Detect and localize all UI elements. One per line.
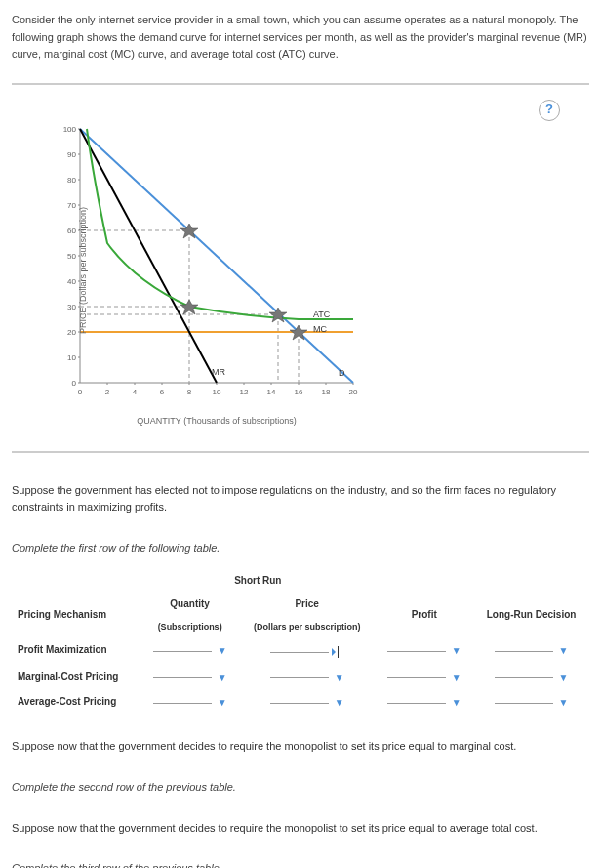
chevron-down-icon: ▼ [559, 643, 569, 659]
col-price-sub: (Dollars per subscription) [239, 616, 375, 638]
chevron-down-icon: ▼ [335, 670, 344, 685]
chevron-down-icon: ▼ [218, 670, 227, 685]
dropdown-qty-3[interactable]: ▼ [153, 695, 227, 711]
svg-text:18: 18 [322, 388, 331, 396]
dropdown-qty-2[interactable]: ▼ [153, 670, 227, 685]
chevron-down-icon: ▼ [559, 670, 569, 685]
help-button[interactable]: ? [539, 100, 560, 121]
dropdown-profit-1[interactable]: ▼ [387, 643, 461, 659]
chevron-down-icon: ▼ [218, 695, 227, 711]
chevron-down-icon: ▼ [452, 695, 461, 711]
svg-line-53 [80, 129, 217, 383]
col-longrun: Long-Run Decision [473, 593, 589, 638]
complete-second-instruction: Complete the second row of the previous … [12, 779, 589, 797]
short-run-header: Short Run [140, 569, 375, 593]
atc-label: ATC [313, 310, 331, 319]
chevron-down-icon: ▼ [218, 643, 227, 659]
y-axis-label: PRICE (Dollars per subscription) [76, 207, 90, 334]
svg-text:10: 10 [67, 353, 76, 362]
chevron-down-icon: ▼ [335, 695, 344, 711]
svg-text:2: 2 [105, 388, 110, 396]
dropdown-price-1[interactable] [270, 646, 344, 658]
table-row: Average-Cost Pricing ▼ ▼ ▼ ▼ [12, 689, 589, 716]
text-cursor-icon [335, 646, 344, 658]
mc-label: MC [313, 324, 327, 334]
svg-text:80: 80 [67, 176, 76, 185]
table-row: Marginal-Cost Pricing ▼ ▼ ▼ ▼ [12, 663, 589, 689]
chevron-down-icon: ▼ [559, 695, 569, 711]
x-axis-label: QUANTITY (Thousands of subscriptions) [70, 414, 363, 428]
dropdown-lrd-2[interactable]: ▼ [495, 670, 569, 685]
col-quantity: Quantity [140, 593, 239, 616]
dropdown-profit-3[interactable]: ▼ [387, 695, 461, 711]
svg-text:12: 12 [240, 388, 249, 396]
svg-text:6: 6 [160, 388, 165, 396]
chart-box: PRICE (Dollars per subscription) 0 10 20… [41, 119, 392, 422]
mr-label: MR [212, 367, 225, 377]
svg-text:20: 20 [349, 388, 358, 396]
dropdown-profit-2[interactable]: ▼ [387, 670, 461, 685]
d-label: D [339, 368, 345, 378]
chevron-down-icon: ▼ [452, 643, 461, 659]
svg-text:8: 8 [187, 388, 192, 396]
svg-text:16: 16 [295, 388, 303, 396]
col-price: Price [239, 593, 375, 616]
intro-paragraph: Consider the only internet service provi… [12, 12, 589, 63]
chevron-down-icon: ▼ [452, 670, 461, 685]
col-mechanism: Pricing Mechanism [12, 593, 140, 638]
graph-panel: ? PRICE (Dollars per subscription) 0 10 … [12, 83, 589, 453]
dropdown-qty-1[interactable]: ▼ [153, 643, 227, 659]
dropdown-price-3[interactable]: ▼ [270, 695, 344, 711]
svg-text:4: 4 [133, 388, 138, 396]
dropdown-lrd-3[interactable]: ▼ [495, 695, 569, 711]
dropdown-price-2[interactable]: ▼ [270, 670, 344, 685]
svg-text:0: 0 [72, 379, 77, 388]
svg-text:100: 100 [63, 125, 77, 134]
complete-first-instruction: Complete the first row of the following … [12, 540, 589, 558]
svg-text:90: 90 [67, 150, 76, 159]
svg-text:14: 14 [267, 388, 276, 396]
svg-text:0: 0 [78, 388, 83, 396]
dropdown-lrd-1[interactable]: ▼ [495, 643, 569, 659]
table-row: Profit Maximization ▼ ▼ ▼ [12, 638, 589, 664]
prompt-average-cost: Suppose now that the government decides … [12, 820, 589, 838]
complete-third-instruction: Complete the third row of the previous t… [12, 860, 589, 868]
economics-chart: 0 10 20 30 40 50 60 70 80 90 100 0 2 4 6… [41, 119, 373, 412]
prompt-no-regulation: Suppose the government has elected not t… [12, 482, 589, 517]
svg-line-52 [80, 129, 353, 383]
row-label-atc-pricing: Average-Cost Pricing [12, 689, 140, 716]
svg-text:10: 10 [213, 388, 221, 396]
col-profit: Profit [375, 593, 473, 638]
col-quantity-sub: (Subscriptions) [140, 616, 239, 638]
row-label-profit-max: Profit Maximization [12, 638, 140, 664]
prompt-marginal-cost: Suppose now that the government decides … [12, 738, 589, 756]
pricing-table: Short Run Pricing Mechanism Quantity Pri… [12, 569, 589, 716]
row-label-mc-pricing: Marginal-Cost Pricing [12, 663, 140, 689]
